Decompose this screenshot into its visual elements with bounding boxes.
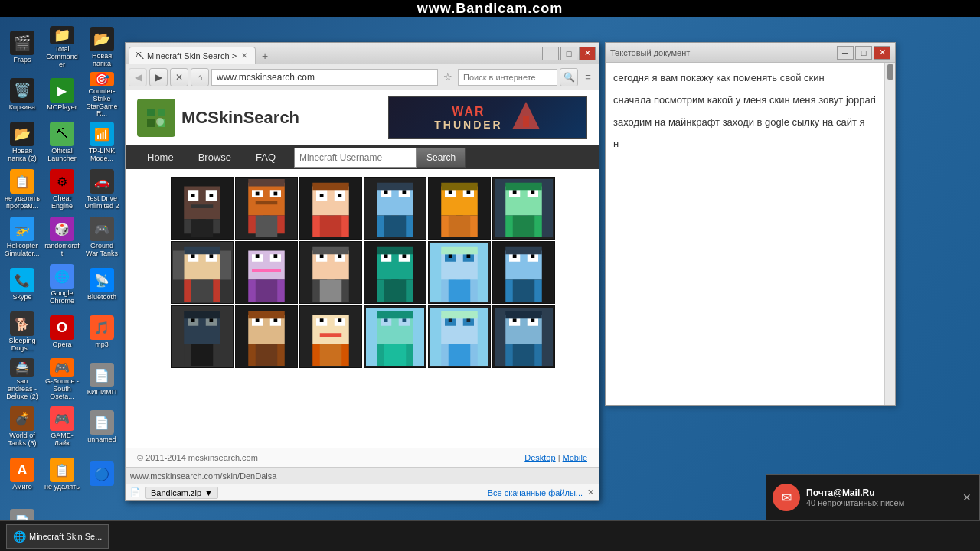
skin-cell[interactable] <box>364 305 426 368</box>
download-item[interactable]: Bandicam.zip ▼ <box>145 487 218 499</box>
desktop-icon-testdrive[interactable]: 🚗 Test Drive Unlimited 2 <box>83 167 121 213</box>
close-button[interactable]: ✕ <box>579 47 596 60</box>
desktop-icon-mcplayer[interactable]: ▶ MCPlayer <box>43 72 81 118</box>
desktop-icon-tplink[interactable]: 📶 TP-LINK Mode... <box>83 119 121 165</box>
skin-search-input[interactable] <box>294 148 416 168</box>
skin-cell[interactable] <box>235 305 298 368</box>
desktop-icon-groundwar[interactable]: 🎮 Ground War Tanks <box>83 214 121 260</box>
desktop-icon-opera[interactable]: O Opera <box>43 309 81 355</box>
text-close-button[interactable]: ✕ <box>874 46 890 60</box>
desktop-icon-game[interactable]: 🎮 GAME-Лайк <box>43 404 81 450</box>
minimize-button[interactable]: ─ <box>542 47 559 60</box>
back-button[interactable]: ◀ <box>129 68 147 86</box>
desktop-icon-cs[interactable]: 🎯 Counter-Strike StarGame R... <box>83 72 121 118</box>
desktop-icon-launcher[interactable]: ⛏ Official Launcher <box>43 119 81 165</box>
logo-icon <box>137 99 175 137</box>
svg-rect-75 <box>184 247 220 255</box>
skin-cell[interactable] <box>428 177 491 240</box>
svg-rect-87 <box>252 269 281 272</box>
footer-mobile-link[interactable]: Mobile <box>563 453 587 462</box>
desktop-icon-gsource[interactable]: 🎮 G-Source - South Oseta... <box>43 357 81 403</box>
svg-rect-116 <box>467 254 471 258</box>
text-editor-content[interactable]: сегодня я вам покажу как поменять свой с… <box>606 63 884 405</box>
skin-cell[interactable] <box>171 241 234 304</box>
text-scrollbar[interactable] <box>884 63 895 405</box>
search-icon[interactable]: 🔍 <box>560 68 578 86</box>
nav-home[interactable]: Home <box>135 145 186 169</box>
skin-cell[interactable] <box>428 305 491 368</box>
desktop-icon-sanandreas[interactable]: 🚔 san andreas - Deluxe (2) <box>3 357 41 403</box>
svg-rect-186 <box>531 318 535 322</box>
download-bar-close[interactable]: ✕ <box>587 487 594 497</box>
skin-search-button[interactable]: Search <box>416 148 466 168</box>
desktop-icon-sleeping-dogs[interactable]: 🐕 Sleeping Dogs... <box>3 309 41 355</box>
home-button[interactable]: ⌂ <box>191 68 209 86</box>
skin-cell[interactable] <box>235 177 298 240</box>
desktop-icon-misc1[interactable]: 🔵 <box>83 452 121 497</box>
desktop-icon-wot[interactable]: 💣 World of Tanks (3) <box>3 404 41 450</box>
download-chevron[interactable]: ▼ <box>204 488 213 497</box>
svg-rect-12 <box>191 194 195 197</box>
desktop-icon-newfolder2[interactable]: 📂 Новая папка (2) <box>3 119 41 165</box>
skin-cell[interactable] <box>364 241 426 304</box>
skin-cell[interactable] <box>235 241 298 304</box>
forward-button[interactable]: ▶ <box>149 68 168 86</box>
desktop-icon-helicopter[interactable]: 🚁 Helicopter Simulator... <box>3 214 41 260</box>
browser-menu-button[interactable]: ≡ <box>580 69 596 86</box>
new-tab-button[interactable]: + <box>257 48 273 64</box>
maximize-button[interactable]: □ <box>560 47 577 60</box>
desktop-icon-skype[interactable]: 📞 Skype <box>3 262 41 308</box>
browser-tab-active[interactable]: ⛏ Minecraft Skin Search > ✕ <box>129 47 256 64</box>
icon-label-cheat: Cheat Engine <box>44 195 80 210</box>
desktop-icon-cheat[interactable]: ⚙ Cheat Engine <box>43 167 81 213</box>
browser-toolbar: ◀ ▶ ✕ ⌂ ☆ 🔍 ≡ <box>126 64 599 90</box>
desktop-icon-chrome[interactable]: 🌐 Google Chrome <box>43 262 81 308</box>
desktop-icon-amigo[interactable]: A Амиго <box>3 452 41 497</box>
svg-rect-150 <box>256 344 278 367</box>
bookmark-button[interactable]: ☆ <box>440 69 456 86</box>
desktop-icon-kilimpi[interactable]: 📄 КИПИМП <box>83 357 121 403</box>
text-minimize-button[interactable]: ─ <box>837 46 854 60</box>
icon-label-opera: Opera <box>52 341 71 349</box>
skin-cell[interactable] <box>428 241 491 304</box>
notification-close-button[interactable]: ✕ <box>961 490 973 505</box>
skin-cell[interactable] <box>492 305 555 368</box>
footer-desktop-link[interactable]: Desktop <box>524 453 555 462</box>
text-maximize-button[interactable]: □ <box>855 46 872 60</box>
svg-rect-73 <box>191 254 195 258</box>
desktop-icon-neudalyat2[interactable]: 📋 не удалять <box>43 452 81 497</box>
nav-browse[interactable]: Browse <box>186 145 243 169</box>
tab-close-button[interactable]: ✕ <box>240 51 249 60</box>
desktop-icon-mp3[interactable]: 🎵 mp3 <box>83 309 121 355</box>
desktop-icon-totalcmd[interactable]: 📁 Total Commander <box>43 24 81 70</box>
text-editor-title: Текстовый документ <box>610 48 690 57</box>
desktop-icon-fraps[interactable]: 🎬 Fraps <box>3 24 41 70</box>
skin-cell[interactable] <box>299 305 362 368</box>
skin-cell[interactable] <box>299 177 362 240</box>
address-bar[interactable] <box>211 69 438 86</box>
skin-cell[interactable] <box>299 241 362 304</box>
taskbar-browser-button[interactable]: 🌐 Minecraft Skin Se... <box>6 524 109 549</box>
icon-label-mcplayer: MCPlayer <box>47 104 77 112</box>
nav-faq[interactable]: FAQ <box>243 145 288 169</box>
desktop-icon-bluetooth[interactable]: 📡 Bluetooth <box>83 262 121 308</box>
svg-rect-137 <box>184 311 220 319</box>
desktop-icon-randomcraft[interactable]: 🎲 randomcraft <box>43 214 81 260</box>
skin-cell[interactable] <box>171 177 234 240</box>
skin-cell[interactable] <box>492 177 555 240</box>
site-logo-text: MCSkinSearch <box>181 108 299 128</box>
desktop-icon-neudalyat[interactable]: 📋 не удалять програм... <box>3 167 41 213</box>
svg-rect-135 <box>191 318 195 322</box>
refresh-button[interactable]: ✕ <box>170 68 188 86</box>
download-all-link[interactable]: Все скачанные файлы... <box>488 488 583 497</box>
svg-rect-125 <box>513 254 517 258</box>
browser-search-input[interactable] <box>458 69 557 86</box>
svg-rect-156 <box>338 318 342 322</box>
skin-cell[interactable] <box>364 177 426 240</box>
skin-cell[interactable] <box>171 305 234 368</box>
skin-cell[interactable] <box>492 241 555 304</box>
desktop-icon-recycle[interactable]: 🗑️ Корзина <box>3 72 41 118</box>
desktop-icon-unnamed[interactable]: 📄 unnamed <box>83 404 121 450</box>
svg-rect-166 <box>403 318 407 322</box>
desktop-icon-newfolder[interactable]: 📂 Новая папка <box>83 24 121 70</box>
